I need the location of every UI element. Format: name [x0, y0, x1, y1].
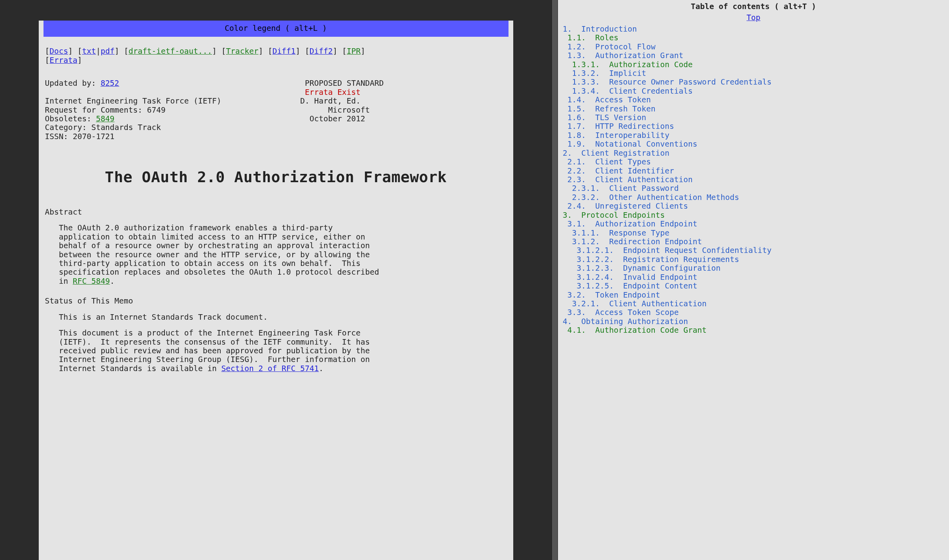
nav-diff1[interactable]: Diff1: [272, 47, 296, 56]
abstract-rfc-link[interactable]: RFC 5849: [73, 277, 110, 286]
toc-link[interactable]: 1.8. Interoperability: [567, 131, 669, 140]
toc-item: 3.1. Authorization Endpoint: [563, 220, 944, 228]
toc-item: 1.8. Interoperability: [563, 131, 944, 140]
abstract-heading: Abstract: [45, 208, 507, 217]
split-handle[interactable]: [552, 0, 558, 560]
toc-link[interactable]: 2.1. Client Types: [567, 157, 651, 166]
viewport: Color legend ( alt+L ) [Docs] [txt|pdf] …: [0, 0, 949, 560]
toc-pane: Table of contents ( alt+T ) Top 1. Intro…: [558, 0, 949, 560]
toc-item: 3.1.2.1. Endpoint Request Confidentialit…: [563, 246, 944, 255]
nav-txt[interactable]: txt: [82, 47, 96, 56]
toc-link[interactable]: 1.3. Authorization Grant: [567, 51, 684, 60]
memo-para2: This document is a product of the Intern…: [45, 329, 507, 373]
errata-exist: Errata Exist: [305, 88, 361, 97]
toc-item: 1.3.1. Authorization Code: [563, 60, 944, 69]
toc-link[interactable]: 1.3.3. Resource Owner Password Credentia…: [572, 77, 771, 87]
toc-link[interactable]: 3.2.1. Client Authentication: [572, 299, 706, 308]
toc-link[interactable]: 2.3.1. Client Password: [572, 184, 679, 193]
toc-link[interactable]: 1.2. Protocol Flow: [567, 42, 656, 51]
toc-item: 2.2. Client Identifier: [563, 167, 944, 175]
toc-item: 2. Client Registration: [563, 149, 944, 158]
nav-tracker[interactable]: Tracker: [226, 47, 258, 56]
toc-link[interactable]: 3. Protocol Endpoints: [563, 211, 665, 220]
toc-link[interactable]: 2.3.2. Other Authentication Methods: [572, 193, 739, 202]
document-pane: Color legend ( alt+L ) [Docs] [txt|pdf] …: [0, 0, 552, 560]
toc-item: 3.1.2.5. Endpoint Content: [563, 282, 944, 290]
toc-link[interactable]: 2.3. Client Authentication: [567, 175, 693, 184]
toc-link[interactable]: 2.2. Client Identifier: [567, 166, 674, 175]
updated-by-link[interactable]: 8252: [100, 79, 119, 88]
toc-item: 3. Protocol Endpoints: [563, 211, 944, 220]
toc-link[interactable]: 3.1.2.1. Endpoint Request Confidentialit…: [577, 246, 771, 255]
nav-draft[interactable]: draft-ietf-oaut...: [129, 47, 212, 56]
toc-item: 1. Introduction: [563, 25, 944, 34]
toc-item: 1.7. HTTP Redirections: [563, 122, 944, 131]
toc-item: 3.2.1. Client Authentication: [563, 300, 944, 308]
toc-link[interactable]: 1.3.1. Authorization Code: [572, 60, 692, 69]
header-block: Updated by: 8252 PROPOSED STANDARD Errat…: [45, 79, 507, 141]
memo-rfc-link[interactable]: Section 2 of RFC 5741: [221, 364, 319, 373]
toc-item: 2.3. Client Authentication: [563, 175, 944, 184]
toc-item: 1.3.3. Resource Owner Password Credentia…: [563, 78, 944, 87]
nav-ipr[interactable]: IPR: [347, 47, 361, 56]
toc-item: 2.3.1. Client Password: [563, 184, 944, 193]
toc-item: 4.1. Authorization Code Grant: [563, 326, 944, 335]
toc-link[interactable]: 1.3.4. Client Credentials: [572, 87, 692, 96]
toc-top-link[interactable]: Top: [747, 13, 760, 22]
toc-link[interactable]: 1.5. Refresh Token: [567, 104, 656, 113]
toc-link[interactable]: 2.4. Unregistered Clients: [567, 202, 688, 211]
memo-heading: Status of This Memo: [45, 297, 507, 305]
toc-link[interactable]: 1. Introduction: [563, 25, 637, 34]
toc-item: 1.5. Refresh Token: [563, 105, 944, 113]
toc-link[interactable]: 4.1. Authorization Code Grant: [567, 326, 707, 335]
toc-link[interactable]: 4. Obtaining Authorization: [563, 317, 688, 326]
rfc-page: Color legend ( alt+L ) [Docs] [txt|pdf] …: [39, 21, 513, 560]
toc-item: 3.1.2. Redirection Endpoint: [563, 238, 944, 246]
toc-item: 4. Obtaining Authorization: [563, 317, 944, 326]
nav-diff2[interactable]: Diff2: [310, 47, 333, 56]
toc-item: 2.1. Client Types: [563, 158, 944, 166]
nav-errata[interactable]: Errata: [49, 56, 77, 65]
toc-item: 1.3.2. Implicit: [563, 69, 944, 78]
toc-item: 3.1.2.2. Registration Requirements: [563, 255, 944, 264]
color-legend-bar[interactable]: Color legend ( alt+L ): [43, 21, 509, 37]
toc-item: 3.1.2.4. Invalid Endpoint: [563, 273, 944, 282]
document-title: The OAuth 2.0 Authorization Framework: [45, 169, 507, 186]
toc-link[interactable]: 1.9. Notational Conventions: [567, 140, 698, 149]
toc-link[interactable]: 3.1.2.3. Dynamic Configuration: [577, 264, 720, 273]
toc-link[interactable]: 3.3. Access Token Scope: [567, 308, 679, 317]
toc-item: 1.6. TLS Version: [563, 113, 944, 122]
toc-item: 2.3.2. Other Authentication Methods: [563, 193, 944, 202]
toc-link[interactable]: 1.4. Access Token: [567, 95, 651, 104]
toc-title: Table of contents ( alt+T ): [563, 2, 944, 11]
toc-link[interactable]: 3.1.2. Redirection Endpoint: [572, 237, 702, 246]
abstract-body: The OAuth 2.0 authorization framework en…: [45, 224, 507, 286]
toc-link[interactable]: 2. Client Registration: [563, 149, 669, 158]
memo-para1: This is an Internet Standards Track docu…: [45, 313, 507, 322]
toc-item: 3.2. Token Endpoint: [563, 291, 944, 300]
nav-pdf[interactable]: pdf: [100, 47, 114, 56]
toc-link[interactable]: 3.1.1. Response Type: [572, 228, 669, 238]
toc-link[interactable]: 3.1.2.2. Registration Requirements: [577, 255, 739, 264]
toc-link[interactable]: 1.7. HTTP Redirections: [567, 122, 674, 131]
toc-item: 1.3.4. Client Credentials: [563, 87, 944, 96]
toc-link[interactable]: 1.1. Roles: [567, 33, 618, 42]
nav-docs[interactable]: Docs: [49, 47, 68, 56]
toc-top: Top: [563, 13, 944, 22]
toc-list: 1. Introduction 1.1. Roles 1.2. Protocol…: [563, 25, 944, 335]
toc-link[interactable]: 3.1.2.4. Invalid Endpoint: [577, 273, 697, 282]
toc-link[interactable]: 3.1.2.5. Endpoint Content: [577, 281, 697, 290]
toc-link[interactable]: 1.6. TLS Version: [567, 113, 647, 122]
toc-item: 1.3. Authorization Grant: [563, 51, 944, 60]
toc-item: 2.4. Unregistered Clients: [563, 202, 944, 211]
toc-item: 3.1.2.3. Dynamic Configuration: [563, 264, 944, 273]
toc-link[interactable]: 3.1. Authorization Endpoint: [567, 219, 698, 228]
toc-item: 1.2. Protocol Flow: [563, 43, 944, 51]
toc-link[interactable]: 3.2. Token Endpoint: [567, 290, 660, 300]
toc-link[interactable]: 1.3.2. Implicit: [572, 69, 646, 78]
nav-link-row: [Docs] [txt|pdf] [draft-ietf-oaut...] [T…: [45, 47, 507, 65]
obsoletes-link[interactable]: 5849: [96, 114, 115, 123]
toc-item: 1.1. Roles: [563, 34, 944, 42]
toc-item: 3.3. Access Token Scope: [563, 308, 944, 317]
toc-item: 1.9. Notational Conventions: [563, 140, 944, 149]
